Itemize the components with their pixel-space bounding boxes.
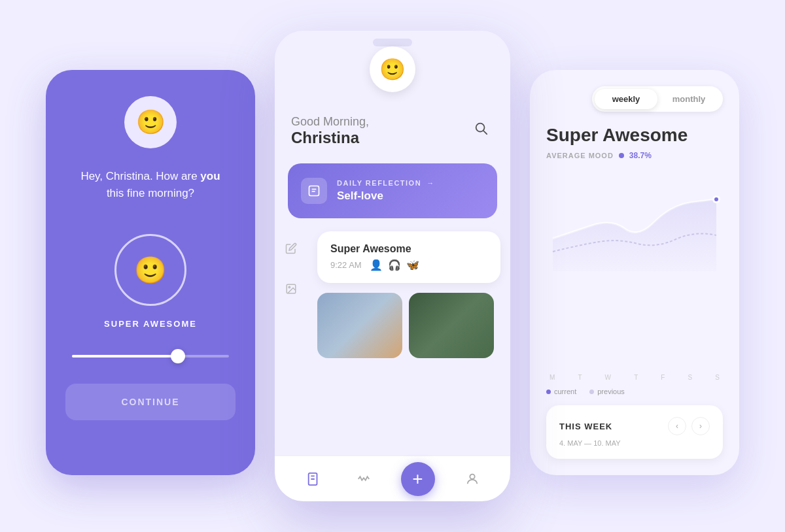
mood-entry-card[interactable]: Super Awesome 9:22 AM 👤 🎧 🦋 — [317, 231, 500, 283]
day-s2: S — [715, 374, 720, 381]
mood-entry-time: 9:22 AM — [330, 260, 362, 270]
phone-left: 🙂 Hey, Christina. How are youthis fine m… — [46, 70, 255, 475]
avg-mood-row: AVERAGE MOOD 38.7% — [546, 151, 723, 160]
svg-line-1 — [483, 131, 487, 134]
photo-grid — [317, 293, 500, 358]
this-week-title: THIS WEEK — [559, 422, 612, 431]
meta-icons: 👤 🎧 🦋 — [370, 259, 419, 271]
day-t2: T — [634, 374, 638, 381]
bottom-nav: + — [275, 456, 510, 501]
daily-subtitle: Self-love — [337, 190, 435, 203]
greeting-light: Good Morning, — [291, 115, 369, 129]
mood-entry-meta: 9:22 AM 👤 🎧 🦋 — [330, 259, 487, 271]
photo-thumb-2[interactable] — [409, 293, 494, 358]
greeting-bold: Christina — [291, 129, 359, 146]
next-week-btn[interactable]: › — [691, 417, 710, 435]
weekly-toggle-btn[interactable]: weekly — [595, 89, 657, 109]
this-week-card: THIS WEEK ‹ › 4. MAY — 10. MAY — [546, 405, 723, 459]
daily-title: DAILY REFLECTION → — [337, 179, 435, 187]
day-m: M — [550, 374, 555, 381]
legend-current: current — [546, 388, 576, 395]
slider-container[interactable] — [65, 355, 236, 357]
prev-week-btn[interactable]: ‹ — [668, 417, 686, 435]
day-s1: S — [688, 374, 693, 381]
headphones-icon: 🎧 — [388, 259, 401, 271]
mood-chart — [546, 173, 723, 271]
photo-icon — [281, 278, 302, 299]
this-week-dates: 4. MAY — 10. MAY — [559, 439, 710, 447]
phone-right: weekly monthly Super Awesome AVERAGE MOO… — [530, 70, 739, 475]
monthly-toggle-btn[interactable]: monthly — [657, 89, 720, 109]
mascot-center: 🙂 — [370, 46, 415, 92]
avatar-left: 🙂 — [124, 96, 177, 148]
svg-point-10 — [470, 474, 474, 478]
day-w: W — [605, 374, 611, 381]
nav-profile[interactable] — [459, 466, 485, 492]
daily-card-content: DAILY REFLECTION → Self-love — [337, 179, 435, 203]
chart-days: M T W T F S S — [546, 374, 723, 381]
center-feed: Super Awesome 9:22 AM 👤 🎧 🦋 — [317, 231, 510, 449]
edit-icon — [281, 238, 302, 259]
phone-center: 🙂 Good Morning, Christina — [275, 31, 510, 501]
slider-fill — [72, 355, 182, 357]
nav-activity[interactable] — [351, 466, 377, 492]
mood-face: 🙂 — [134, 255, 167, 286]
mascot-face-center: 🙂 — [379, 57, 406, 82]
avg-dot — [619, 153, 624, 158]
greeting-name: Good Morning, Christina — [291, 115, 369, 147]
svg-point-12 — [714, 197, 718, 201]
center-header: Good Morning, Christina — [275, 102, 510, 157]
this-week-nav: ‹ › — [668, 417, 710, 435]
legend-previous-label: previous — [597, 388, 625, 395]
plus-icon: + — [412, 470, 423, 488]
nav-journal[interactable] — [300, 466, 326, 492]
chart-legend: current previous — [546, 388, 723, 395]
mascot-face-left: 🙂 — [136, 108, 166, 136]
mood-label: SUPER AWESOME — [104, 319, 197, 329]
chart-area — [546, 173, 723, 367]
binoculars-icon: 🦋 — [406, 259, 419, 271]
mood-entry-title: Super Awesome — [330, 243, 487, 255]
daily-reflection-icon — [301, 178, 327, 204]
greeting-text-left: Hey, Christina. How are youthis fine mor… — [80, 168, 220, 201]
svg-point-6 — [288, 286, 290, 288]
timeline-sidebar — [275, 231, 307, 449]
weekly-toggle: weekly monthly — [592, 86, 723, 112]
phone-notch — [373, 39, 412, 46]
continue-button[interactable]: CONTINUE — [65, 384, 236, 420]
day-f: F — [661, 374, 665, 381]
daily-reflection-card[interactable]: DAILY REFLECTION → Self-love — [288, 163, 497, 218]
photo-thumb-1[interactable] — [317, 293, 402, 358]
center-content: Super Awesome 9:22 AM 👤 🎧 🦋 — [275, 225, 510, 456]
day-t1: T — [578, 374, 582, 381]
slider-track — [72, 355, 229, 357]
slider-thumb[interactable] — [171, 349, 185, 363]
mood-circle: 🙂 — [114, 234, 186, 306]
avg-mood-value: 38.7% — [629, 151, 652, 160]
person-icon: 👤 — [370, 259, 383, 271]
legend-current-label: current — [554, 388, 576, 395]
legend-previous: previous — [589, 388, 625, 395]
legend-dot-current — [546, 390, 551, 394]
search-button[interactable] — [468, 115, 494, 141]
legend-dot-previous — [589, 390, 594, 394]
greeting-row: Good Morning, Christina — [291, 115, 494, 147]
phones-container: 🙂 Hey, Christina. How are youthis fine m… — [33, 18, 752, 514]
mood-title-right: Super Awesome — [546, 125, 723, 146]
this-week-header: THIS WEEK ‹ › — [559, 417, 710, 435]
add-fab[interactable]: + — [401, 462, 435, 496]
avg-mood-label: AVERAGE MOOD — [546, 152, 614, 159]
